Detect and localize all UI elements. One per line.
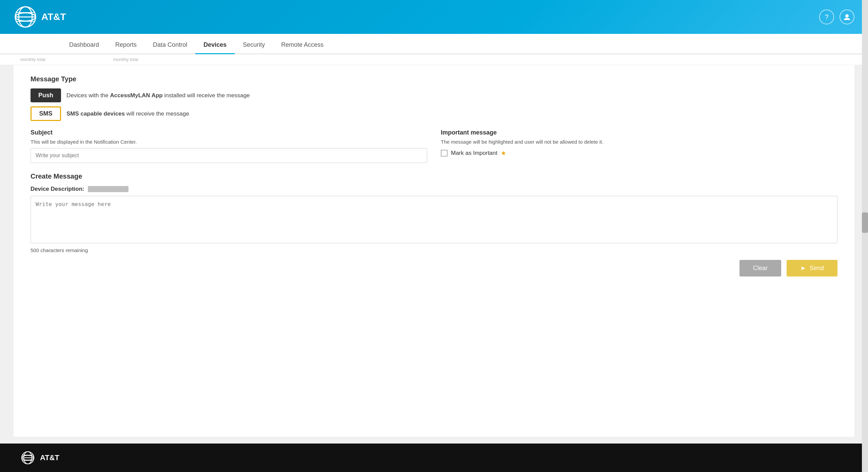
create-message-title: Create Message xyxy=(31,172,837,180)
scroll-hint-row: monthly total monthly total xyxy=(0,54,868,65)
sms-text: SMS xyxy=(66,110,79,117)
header: AT&T ? xyxy=(0,0,868,34)
important-label: Important message xyxy=(441,129,837,136)
logo-area: AT&T xyxy=(14,5,66,29)
help-button[interactable]: ? xyxy=(819,9,834,24)
device-desc-row: Device Description: xyxy=(31,186,837,192)
scrollbar-thumb[interactable] xyxy=(862,212,868,233)
header-icons: ? xyxy=(819,9,854,24)
mark-important-checkbox[interactable] xyxy=(441,150,448,157)
subject-sublabel: This will be displayed in the Notificati… xyxy=(31,139,427,145)
message-textarea[interactable] xyxy=(31,196,837,243)
user-icon xyxy=(843,13,851,21)
nav-data-control[interactable]: Data Control xyxy=(145,37,195,54)
push-description: Devices with the AccessMyLAN App install… xyxy=(66,92,250,99)
message-type-title: Message Type xyxy=(31,75,837,83)
subject-important-row: Subject This will be displayed in the No… xyxy=(31,129,837,163)
user-button[interactable] xyxy=(840,9,854,24)
subject-column: Subject This will be displayed in the No… xyxy=(31,129,427,163)
sms-badge[interactable]: SMS xyxy=(31,106,61,121)
sms-capable: capable devices xyxy=(81,110,125,117)
push-badge[interactable]: Push xyxy=(31,88,61,102)
important-description: The message will be highlighted and user… xyxy=(441,139,837,145)
device-desc-label: Device Description: xyxy=(31,186,84,192)
nav-security[interactable]: Security xyxy=(235,37,273,54)
send-button[interactable]: ► Send xyxy=(787,260,837,276)
att-logo-icon xyxy=(14,5,37,29)
send-label: Send xyxy=(810,265,824,272)
svg-point-6 xyxy=(845,14,849,18)
main-content: Message Type Push Devices with the Acces… xyxy=(14,65,854,437)
subject-label: Subject xyxy=(31,129,427,136)
push-app-name: AccessMyLAN App xyxy=(110,92,163,99)
footer-logo-icon xyxy=(20,450,35,465)
important-message-column: Important message The message will be hi… xyxy=(441,129,837,163)
monthly-total-right: monthly total xyxy=(113,57,138,62)
nav-dashboard[interactable]: Dashboard xyxy=(61,37,107,54)
push-type-row: Push Devices with the AccessMyLAN App in… xyxy=(31,88,837,102)
sms-description: SMS capable devices will receive the mes… xyxy=(66,110,189,117)
mark-important-label: Mark as Important xyxy=(451,150,497,157)
subject-input[interactable] xyxy=(31,148,427,163)
nav-reports[interactable]: Reports xyxy=(107,37,145,54)
send-icon: ► xyxy=(800,265,806,272)
main-nav: Dashboard Reports Data Control Devices S… xyxy=(0,34,868,54)
mark-important-row: Mark as Important ★ xyxy=(441,149,837,157)
footer: AT&T xyxy=(0,444,868,472)
create-message-section: Create Message Device Description: 500 c… xyxy=(31,172,837,253)
star-icon: ★ xyxy=(501,149,506,157)
scrollbar-track[interactable] xyxy=(862,0,868,472)
sms-type-row: SMS SMS capable devices will receive the… xyxy=(31,106,837,121)
button-row: Clear ► Send xyxy=(31,260,837,276)
brand-name: AT&T xyxy=(41,12,66,22)
char-remaining: 500 characters remaining xyxy=(31,247,837,253)
monthly-total-left: monthly total xyxy=(20,57,45,62)
clear-button[interactable]: Clear xyxy=(739,260,781,276)
nav-devices[interactable]: Devices xyxy=(195,37,235,54)
device-desc-value xyxy=(88,186,129,192)
nav-remote-access[interactable]: Remote Access xyxy=(273,37,332,54)
footer-brand: AT&T xyxy=(40,453,59,462)
